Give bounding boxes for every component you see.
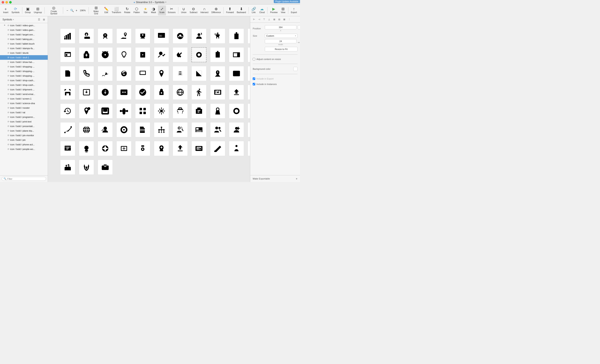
sidebar-item-screen-1[interactable]: ⟳ icon / bold / screen-1 xyxy=(0,96,48,101)
icon-cell-32[interactable] xyxy=(246,64,250,83)
icon-cell-41[interactable] xyxy=(208,83,227,102)
icon-cell-15[interactable] xyxy=(133,46,152,64)
icon-cell-28[interactable] xyxy=(171,64,190,83)
icon-cell-62[interactable] xyxy=(190,120,208,139)
distribute-v-button[interactable]: ⋮ xyxy=(287,17,291,22)
align-center-h-button[interactable]: ⊣ xyxy=(257,17,262,22)
icon-cell-34[interactable] xyxy=(77,83,96,102)
icon-cell-21[interactable] xyxy=(246,46,250,64)
sidebar-item-shop-cash-2[interactable]: ⟳ icon / bold / shop-cash... xyxy=(0,83,48,87)
icon-cell-26[interactable] xyxy=(133,64,152,83)
icon-cell-58[interactable] xyxy=(115,120,133,139)
sidebar-item-video-gam-2[interactable]: ⟳ icon / bold / video-gam... xyxy=(0,28,48,32)
icon-cell-13[interactable] xyxy=(96,46,115,64)
icon-cell-45[interactable] xyxy=(77,102,96,120)
icon-cell-30[interactable] xyxy=(208,64,227,83)
sidebar-item-pin[interactable]: ⟳ icon / bold / pin xyxy=(0,138,48,142)
icon-cell-71[interactable] xyxy=(152,139,171,158)
icon-cell-3[interactable] xyxy=(115,27,133,46)
icon-cell-44[interactable] xyxy=(58,102,77,120)
make-grid-button[interactable]: ⊞ Make Grid xyxy=(90,5,102,15)
sidebar-item-people-wo[interactable]: ⟳ icon / bold / people-wo... xyxy=(0,147,48,151)
icon-cell-74[interactable] xyxy=(208,139,227,158)
icon-cell-7[interactable] xyxy=(190,27,208,46)
subtract-button[interactable]: ⊖ Subtract xyxy=(188,5,199,15)
sidebar-item-skull-1[interactable]: ⟳ icon / bold / skull-1 xyxy=(0,55,48,60)
align-top-button[interactable]: ⊥ xyxy=(267,17,272,22)
difference-button[interactable]: ⊕ Difference xyxy=(210,5,222,15)
sidebar-item-phone-act[interactable]: ⟳ icon / bold / phone-act... xyxy=(0,142,48,147)
distribute-h-button[interactable]: ⊠ xyxy=(282,17,286,22)
sidebar-item-shopping-2[interactable]: ⟳ icon / bold / shopping-... xyxy=(0,69,48,73)
sidebar-item-shipment[interactable]: ⟳ icon / bold / shipment-... xyxy=(0,87,48,92)
icon-cell-19[interactable] xyxy=(208,46,227,64)
icon-cell-40[interactable] xyxy=(190,83,208,102)
zoom-out-button[interactable]: − xyxy=(65,8,69,12)
icon-cell-73[interactable] xyxy=(190,139,208,158)
insert-button[interactable]: ＋ Insert xyxy=(2,5,10,15)
icon-cell-39[interactable] xyxy=(171,83,190,102)
flatten-button[interactable]: ⬡ Flatten xyxy=(132,5,141,15)
export-button[interactable]: ↑ Export xyxy=(290,5,298,15)
icon-cell-48[interactable] xyxy=(133,102,152,120)
icon-cell-14[interactable] xyxy=(115,46,133,64)
icon-cell-10[interactable] xyxy=(246,27,250,46)
mask-button[interactable]: ◑ Mask xyxy=(150,5,158,15)
icon-cell-56[interactable] xyxy=(77,120,96,139)
sidebar-item-rat[interactable]: ⟳ icon / bold / rat xyxy=(0,110,48,115)
icon-cell-37[interactable] xyxy=(133,83,152,102)
icon-cell-5[interactable]: 3D xyxy=(152,27,171,46)
align-middle-v-button[interactable]: ⊞ xyxy=(272,17,276,22)
backward-button[interactable]: ⬇ Backward xyxy=(236,5,247,15)
resize-to-fit-button[interactable]: Resize to Fit xyxy=(265,47,298,51)
canvas-area[interactable]: 3D xyxy=(48,16,250,182)
icon-cell-12[interactable] xyxy=(77,46,96,64)
icon-cell-65[interactable] xyxy=(246,120,250,139)
sidebar-item-video-gam-1[interactable]: ▶ ⟳ icon / bold / video-gam... xyxy=(0,23,48,28)
icon-cell-68[interactable] xyxy=(96,139,115,158)
sidebar-grid-view-button[interactable]: ⊞ xyxy=(42,18,46,22)
icon-cell-53[interactable] xyxy=(227,102,246,120)
icon-cell-16[interactable] xyxy=(152,46,171,64)
sidebar-item-shopping-1[interactable]: ⟳ icon / bold / shopping-... xyxy=(0,64,48,69)
icon-cell-54[interactable] xyxy=(246,102,250,120)
icon-cell-27[interactable] xyxy=(152,64,171,83)
icon-cell-76[interactable] xyxy=(246,139,250,158)
include-instances-checkbox[interactable] xyxy=(253,83,255,85)
sidebar-item-send-emai[interactable]: ⟳ icon / bold / send-emai... xyxy=(0,92,48,96)
icon-cell-18[interactable] xyxy=(190,46,208,64)
scale-button[interactable]: ⤢ Scale xyxy=(158,5,166,15)
forward-button[interactable]: ⬆ Forward xyxy=(225,5,235,15)
icon-cell-22[interactable] xyxy=(58,64,77,83)
sidebar-title-button[interactable]: Symbols ▾ xyxy=(2,18,15,21)
icon-cell-4[interactable] xyxy=(133,27,152,46)
icon-cell-1[interactable] xyxy=(77,27,96,46)
include-export-checkbox[interactable] xyxy=(253,77,255,80)
sidebar-item-shopping-3[interactable]: ⟳ icon / bold / shopping-... xyxy=(0,73,48,78)
icon-cell-31[interactable] xyxy=(227,64,246,83)
maximize-button[interactable] xyxy=(9,1,12,4)
icon-cell-52[interactable] xyxy=(208,102,227,120)
icon-cell-33[interactable] xyxy=(58,83,77,102)
sidebar-item-presentati[interactable]: ⟳ icon / bold / presentati... xyxy=(0,124,48,128)
icon-cell-6[interactable] xyxy=(171,27,190,46)
icon-cell-9[interactable] xyxy=(227,27,246,46)
icon-cell-11[interactable] xyxy=(58,46,77,64)
link-button[interactable]: 🔗 Link xyxy=(250,5,257,15)
icon-cell-61[interactable] xyxy=(171,120,190,139)
filter-input[interactable] xyxy=(7,178,44,180)
sidebar-item-programm[interactable]: ⟳ icon / bold / programm... xyxy=(0,115,48,119)
scissors-button[interactable]: ✂ Scissors xyxy=(167,5,177,15)
sidebar-item-science-dna[interactable]: ⟳ icon / bold / science-dna xyxy=(0,101,48,106)
icon-cell-24[interactable] xyxy=(96,64,115,83)
x-input[interactable] xyxy=(265,25,296,29)
make-exportable-section[interactable]: Make Exportable + xyxy=(250,175,300,182)
icon-cell-42[interactable] xyxy=(227,83,246,102)
icon-cell-66[interactable] xyxy=(58,139,77,158)
cloud-button[interactable]: ☁ Cloud xyxy=(258,5,266,15)
icon-cell-47[interactable] xyxy=(115,102,133,120)
icon-cell-8[interactable] xyxy=(208,27,227,46)
icon-cell-49[interactable] xyxy=(152,102,171,120)
icon-cell-29[interactable] xyxy=(190,64,208,83)
sidebar-item-shop-cash-1[interactable]: ⟳ icon / bold / shop-cash... xyxy=(0,78,48,83)
